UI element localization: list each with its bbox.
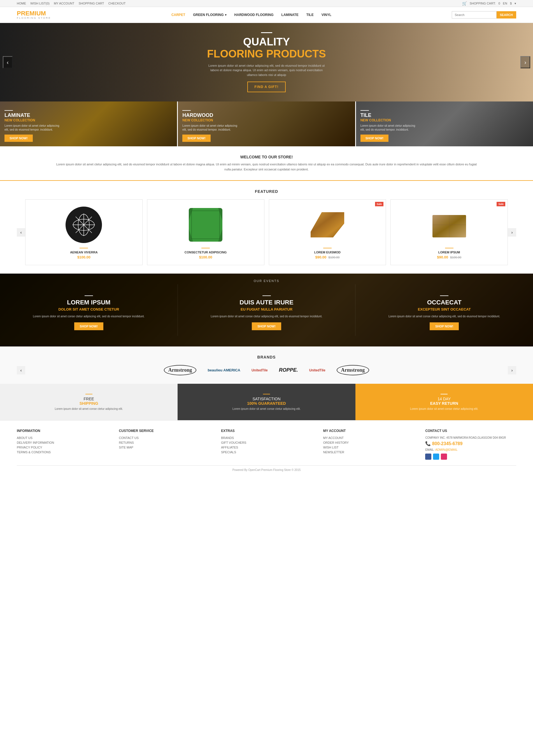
hero-cta-button[interactable]: FIND A GIFT!	[247, 82, 286, 92]
product-price-current: $90.00	[437, 255, 448, 259]
featured-item: AENEAN VIVERRA $100.00	[25, 199, 142, 265]
footer-link-myaccount[interactable]: MY ACCOUNT	[323, 436, 414, 440]
cart-icon: 🛒	[462, 1, 467, 6]
featured-next-button[interactable]: ›	[508, 228, 516, 237]
footer-link-brands[interactable]: BRANDS	[221, 436, 312, 440]
search-button[interactable]: SEARCH	[496, 11, 516, 18]
product-dash	[201, 248, 210, 248]
welcome-text: Lorem ipsum dolor sit amet ctetur adipis…	[56, 162, 477, 172]
footer-link-privacy[interactable]: PRIVACY POLICY	[17, 446, 108, 449]
footer-link-orderhistory[interactable]: ORDER HISTORY	[323, 441, 414, 444]
collection-laminate-button[interactable]: SHOP NOW!	[5, 135, 33, 142]
brand-armstrong-2[interactable]: Armstrong	[337, 365, 369, 375]
nav-vinyl[interactable]: VINYL	[321, 13, 331, 17]
brand-beaulieu[interactable]: beaulieu AMERICA	[208, 368, 240, 372]
brands-prev-button[interactable]: ‹	[17, 366, 25, 374]
feature-dash	[86, 394, 92, 394]
nav-checkout[interactable]: CHECKOUT	[108, 2, 126, 5]
collection-hardwood-button[interactable]: SHOP NOW!	[182, 135, 211, 142]
nav-carpet[interactable]: CARPET	[171, 13, 185, 17]
featured-items-list: AENEAN VIVERRA $100.00 CONSECTETUR ADIPI…	[25, 199, 508, 265]
footer-link-terms[interactable]: TERMS & CONDITIONS	[17, 450, 108, 454]
twitter-icon[interactable]	[433, 453, 439, 460]
hero-slider: ‹ QUALITY FLOORING PRODUCTS Lorem ipsum …	[0, 23, 533, 101]
nav-tile[interactable]: TILE	[306, 13, 314, 17]
brand-roppe[interactable]: ROPPE.	[279, 367, 298, 373]
footer-email[interactable]: ADMIN@EMAIL	[435, 448, 458, 451]
feature-title2: EASY RETURN	[430, 401, 458, 406]
collection-dash	[361, 110, 369, 111]
features-row: FREE SHIPPING Lorem ipsum dolor sit amet…	[0, 384, 533, 420]
event-shop-button[interactable]: SHOP NOW!	[430, 322, 459, 330]
brand-armstrong-1[interactable]: Armstrong	[164, 365, 197, 375]
footer-col-title: INFORMATION	[17, 429, 108, 433]
event-shop-button[interactable]: SHOP NOW!	[74, 322, 104, 330]
featured-prev-button[interactable]: ‹	[17, 228, 25, 237]
brand-unitedtile-2[interactable]: UnitedTile	[309, 368, 325, 372]
top-bar-cart: 🛒 SHOPPING CART: 0 EN $ ▾	[462, 1, 516, 6]
nav-dropdown-icon[interactable]: ▾	[225, 13, 227, 17]
brands-title: BRANDS	[17, 355, 516, 359]
footer-link-vouchers[interactable]: GIFT VOUCHERS	[221, 441, 312, 444]
feature-dash	[263, 394, 270, 394]
product-price: $90.00 $100.00	[396, 255, 502, 259]
event-title: LOREM IPSUM	[9, 299, 169, 306]
brands-next-button[interactable]: ›	[508, 366, 516, 374]
hero-prev-button[interactable]: ‹	[3, 56, 13, 68]
footer-link-affiliates[interactable]: AFFILIATES	[221, 446, 312, 449]
logo[interactable]: PREMIUM FLOORING STORE	[17, 10, 51, 19]
nav-cart[interactable]: SHOPPING CART	[79, 2, 104, 5]
footer-phone[interactable]: 📞 800-2345-6789	[425, 441, 516, 446]
hero-next-button[interactable]: ›	[520, 56, 530, 68]
nav-home[interactable]: HOME	[17, 2, 26, 5]
product-price-current: $100.00	[199, 255, 212, 259]
nav-myaccount[interactable]: MY ACCOUNT	[54, 2, 74, 5]
footer-link-delivery[interactable]: DELIVERY INFORMATION	[17, 441, 108, 444]
currency-dropdown-icon[interactable]: ▾	[515, 2, 516, 5]
collection-tile: TILE NEW COLLECTION Lorem ipsum dolor si…	[356, 101, 533, 146]
footer-email-label: EMAIL: ADMIN@EMAIL	[425, 448, 516, 451]
phone-icon: 📞	[425, 441, 431, 446]
featured-item: Sale	[269, 199, 386, 265]
footer-col-contact: CONTACT US COMPANY INC. 4578 MARMORA ROA…	[425, 429, 516, 460]
event-title: OCCAECAT	[364, 299, 524, 306]
brand-unitedtile-1[interactable]: UnitedTile	[251, 368, 268, 372]
nav-laminate[interactable]: LAMINATE	[282, 13, 298, 17]
instagram-icon[interactable]	[441, 453, 447, 460]
sale-badge: Sale	[375, 202, 384, 206]
nav-wishlist[interactable]: WISH LIST(0)	[30, 2, 49, 5]
product-price: $100.00	[31, 255, 137, 259]
footer-link-specials[interactable]: SPECIALS	[221, 450, 312, 454]
facebook-icon[interactable]	[425, 453, 431, 460]
svg-marker-11	[311, 212, 344, 237]
collection-tile-button[interactable]: SHOP NOW!	[361, 135, 389, 142]
footer-link-about[interactable]: ABOUT US	[17, 436, 108, 440]
collection-hardwood: HARDWOOD NEW COLLECTION Lorem ipsum dolo…	[177, 101, 356, 146]
collection-laminate-subtitle: NEW COLLECTION	[5, 118, 61, 122]
footer-link-contact[interactable]: CONTACT US	[119, 436, 210, 440]
collection-tile-title: TILE	[361, 112, 417, 118]
currency-selector[interactable]: EN	[503, 2, 507, 5]
nav-green-flooring[interactable]: GREEN FLOORING	[193, 13, 223, 17]
event-item: DUIS AUTE IRURE EU FUGIAT NULLA PARIATUR…	[178, 284, 356, 336]
top-bar-links: HOME WISH LIST(0) MY ACCOUNT SHOPPING CA…	[17, 1, 129, 5]
event-title: DUIS AUTE IRURE	[186, 299, 347, 306]
feature-satisfaction: SATISFACTION 100% GUARANTEED Lorem ipsum…	[178, 384, 355, 420]
collection-hardwood-title: HARDWOOD	[182, 112, 238, 118]
nav-hardwood[interactable]: HARDWOOD FLOORING	[235, 13, 274, 17]
currency-symbol[interactable]: $	[510, 2, 512, 5]
event-dash	[440, 295, 448, 296]
search-input[interactable]	[452, 11, 496, 18]
top-bar: HOME WISH LIST(0) MY ACCOUNT SHOPPING CA…	[0, 0, 533, 7]
welcome-title: WELCOME TO OUR STORE!	[56, 155, 477, 159]
footer-link-newsletter[interactable]: NEWSLETTER	[323, 450, 414, 454]
events-section: OUR EVENTS LOREM IPSUM DOLOR SIT AMET CO…	[0, 274, 533, 346]
footer-link-wishlist[interactable]: WISH LIST	[323, 446, 414, 449]
footer-link-sitemap[interactable]: SITE MAP	[119, 446, 210, 449]
collection-laminate: LAMINATE NEW COLLECTION Lorem ipsum dolo…	[0, 101, 177, 146]
brands-carousel: ‹ Armstrong beaulieu AMERICA UnitedTile …	[17, 365, 516, 375]
footer-link-returns[interactable]: RETURNS	[119, 441, 210, 444]
product-price-current: $100.00	[77, 255, 90, 259]
product-image	[186, 205, 225, 244]
event-shop-button[interactable]: SHOP NOW!	[252, 322, 281, 330]
